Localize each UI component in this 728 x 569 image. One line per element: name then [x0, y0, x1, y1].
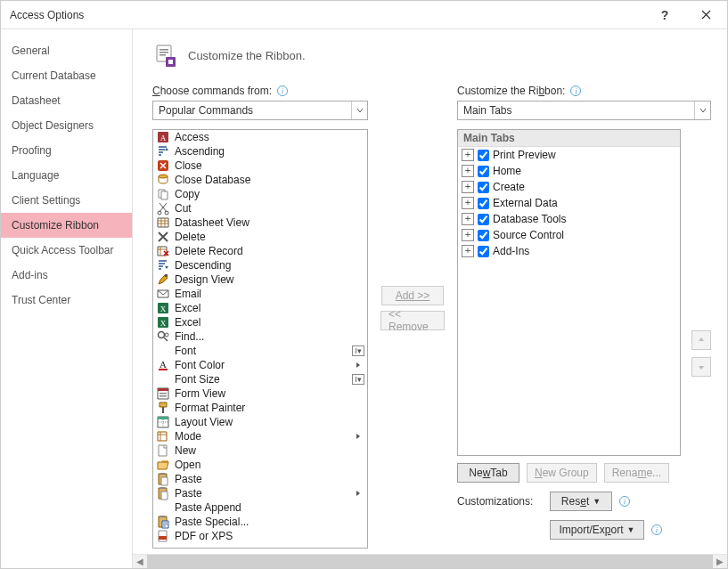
command-item[interactable]: Email: [153, 287, 367, 301]
help-button[interactable]: ?: [649, 3, 681, 28]
command-item[interactable]: Font SizeI▾: [153, 372, 367, 386]
sidebar-item-add-ins[interactable]: Add-ins: [1, 263, 132, 288]
command-item[interactable]: Form View: [153, 386, 367, 401]
tree-item[interactable]: +External Data: [458, 195, 680, 211]
expand-icon[interactable]: +: [462, 165, 474, 177]
command-item[interactable]: Delete Record: [153, 244, 367, 258]
command-item[interactable]: Close: [153, 159, 367, 173]
sidebar-item-quick-access-toolbar[interactable]: Quick Access Toolbar: [1, 238, 132, 263]
tab-checkbox[interactable]: [478, 214, 489, 225]
svg-point-23: [165, 333, 168, 337]
access-app-icon: A: [155, 130, 171, 144]
new-group-button[interactable]: New Group: [527, 463, 597, 483]
sidebar-item-object-designers[interactable]: Object Designers: [1, 113, 132, 138]
svg-rect-14: [158, 218, 168, 227]
command-item[interactable]: XExcel: [153, 315, 367, 329]
info-icon[interactable]: i: [570, 85, 581, 96]
command-item[interactable]: Close Database: [153, 173, 367, 187]
command-item[interactable]: New: [153, 443, 367, 458]
paste-icon: [155, 486, 171, 500]
command-item[interactable]: Mode: [153, 429, 367, 443]
svg-rect-16: [165, 274, 168, 277]
command-item[interactable]: Datasheet View: [153, 215, 367, 230]
tab-label: Home: [493, 165, 521, 177]
sidebar-item-datasheet[interactable]: Datasheet: [1, 88, 132, 113]
tree-item[interactable]: +Source Control: [458, 227, 680, 243]
command-label: Paste: [175, 473, 202, 485]
command-item[interactable]: Delete: [153, 230, 367, 244]
tab-checkbox[interactable]: [478, 246, 489, 257]
expand-icon[interactable]: +: [462, 213, 474, 225]
command-item[interactable]: AFont Color: [153, 358, 367, 372]
remove-button[interactable]: << Remove: [380, 311, 445, 330]
info-icon[interactable]: i: [277, 85, 288, 96]
command-item[interactable]: Design View: [153, 272, 367, 287]
window-controls: ?: [649, 3, 722, 28]
commands-listbox[interactable]: AAccessAscendingCloseClose DatabaseCopyC…: [152, 129, 368, 549]
svg-rect-37: [160, 473, 165, 475]
command-item[interactable]: AAccess: [153, 130, 367, 144]
command-item[interactable]: Find...: [153, 329, 367, 344]
import-export-button[interactable]: Import/Export ▼: [550, 520, 644, 540]
horizontal-scrollbar[interactable]: ◀ ▶: [133, 554, 727, 568]
info-icon[interactable]: i: [651, 524, 662, 535]
command-item[interactable]: PDF or XPS: [153, 529, 367, 543]
command-item[interactable]: Paste Append: [153, 500, 367, 515]
command-item[interactable]: Paste: [153, 472, 367, 486]
command-item[interactable]: Copy: [153, 187, 367, 201]
svg-rect-2: [160, 52, 168, 53]
font-color-icon: A: [155, 358, 171, 372]
sidebar-item-current-database[interactable]: Current Database: [1, 63, 132, 88]
move-up-button[interactable]: [691, 330, 711, 350]
tab-checkbox[interactable]: [478, 198, 489, 209]
tree-item[interactable]: +Create: [458, 179, 680, 195]
tree-item[interactable]: +Print Preview: [458, 147, 680, 163]
tree-item[interactable]: +Add-Ins: [458, 243, 680, 259]
customize-ribbon-combo[interactable]: Main Tabs: [457, 101, 711, 120]
command-item[interactable]: Cut: [153, 201, 367, 215]
new-tab-button[interactable]: New Tab: [457, 463, 519, 483]
move-down-button[interactable]: [691, 357, 711, 377]
tree-item[interactable]: +Database Tools: [458, 211, 680, 227]
command-item[interactable]: Paste Special...: [153, 515, 367, 529]
command-item[interactable]: Format Painter: [153, 401, 367, 415]
expand-icon[interactable]: +: [462, 197, 474, 209]
expand-icon[interactable]: +: [462, 245, 474, 257]
close-button[interactable]: [690, 3, 722, 28]
add-button[interactable]: Add >>: [381, 286, 444, 305]
reset-button[interactable]: Reset ▼: [550, 492, 612, 511]
choose-commands-combo[interactable]: Popular Commands: [152, 101, 368, 120]
command-item[interactable]: Descending: [153, 258, 367, 272]
sidebar-item-general[interactable]: General: [1, 38, 132, 63]
expand-icon[interactable]: +: [462, 229, 474, 241]
command-item[interactable]: XExcel: [153, 301, 367, 315]
tab-checkbox[interactable]: [478, 166, 489, 177]
sidebar-item-trust-center[interactable]: Trust Center: [1, 288, 132, 313]
scroll-right-icon[interactable]: ▶: [713, 555, 727, 569]
tab-checkbox[interactable]: [478, 230, 489, 241]
window-title: Access Options: [10, 9, 84, 21]
command-label: Copy: [175, 188, 200, 200]
tab-checkbox[interactable]: [478, 182, 489, 193]
tab-checkbox[interactable]: [478, 150, 489, 161]
scroll-left-icon[interactable]: ◀: [133, 555, 147, 569]
command-item[interactable]: Layout View: [153, 415, 367, 429]
command-label: Font: [175, 345, 196, 357]
info-icon[interactable]: i: [619, 496, 630, 507]
command-item[interactable]: FontI▾: [153, 344, 367, 358]
ribbon-tabs-tree[interactable]: Main Tabs +Print Preview+Home+Create+Ext…: [457, 129, 681, 456]
command-item[interactable]: Open: [153, 458, 367, 472]
sidebar-item-customize-ribbon[interactable]: Customize Ribbon: [1, 213, 132, 238]
rename-button[interactable]: Rename...: [604, 463, 669, 483]
submenu-indicator-icon: I▾: [351, 344, 365, 358]
expand-icon[interactable]: +: [462, 181, 474, 193]
sidebar-item-proofing[interactable]: Proofing: [1, 138, 132, 163]
expand-icon[interactable]: +: [462, 149, 474, 161]
tree-item[interactable]: +Home: [458, 163, 680, 179]
sidebar-item-client-settings[interactable]: Client Settings: [1, 188, 132, 213]
command-item[interactable]: Ascending: [153, 144, 367, 159]
command-item[interactable]: Paste: [153, 486, 367, 500]
sidebar-item-language[interactable]: Language: [1, 163, 132, 188]
svg-rect-34: [158, 432, 167, 441]
chevron-down-icon: [694, 102, 710, 119]
